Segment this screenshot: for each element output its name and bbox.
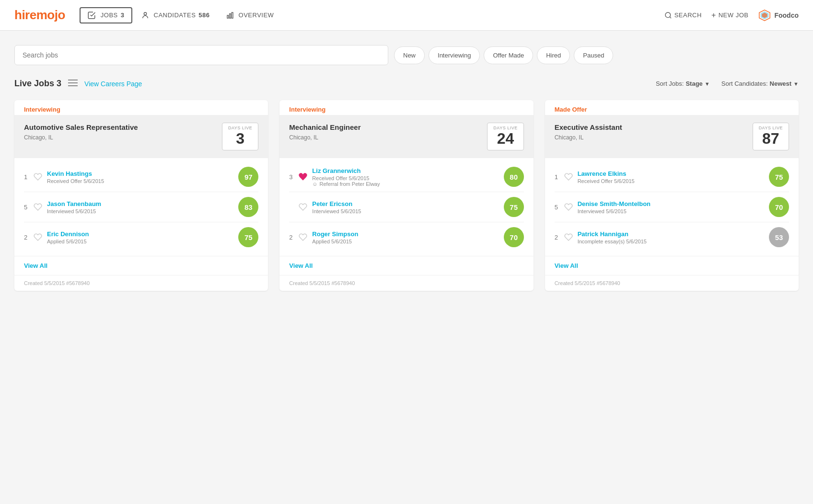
days-live-box-job3: DAYS LIVE87 <box>753 123 789 150</box>
candidate-rank: 1 <box>24 173 34 181</box>
live-jobs-count: 3 <box>57 79 61 89</box>
candidate-name[interactable]: Kevin Hastings <box>47 170 233 177</box>
plus-icon: + <box>711 11 716 20</box>
job-title-job3[interactable]: Executive Assistant <box>555 123 622 132</box>
header-right: SEARCH + NEW JOB Foodco <box>664 9 799 22</box>
job-title-job2[interactable]: Mechanical Engineer <box>289 123 360 132</box>
view-all-job2[interactable]: View All <box>279 256 533 275</box>
candidate-score: 75 <box>504 197 524 217</box>
new-job-action[interactable]: + NEW JOB <box>711 11 749 20</box>
candidate-name[interactable]: Peter Ericson <box>312 200 499 207</box>
candidate-name[interactable]: Liz Grannerwich <box>312 167 499 174</box>
search-filter-row: New Interviewing Offer Made Hired Paused <box>14 45 799 65</box>
candidate-row: 2Eric DennisonApplied 5/6/201575 <box>24 222 258 252</box>
search-action[interactable]: SEARCH <box>664 11 702 19</box>
heart-icon[interactable] <box>299 203 307 211</box>
candidate-rank: 5 <box>555 204 564 211</box>
filter-offer-made[interactable]: Offer Made <box>484 46 533 64</box>
list-view-icon[interactable] <box>68 79 78 88</box>
candidate-score: 70 <box>769 197 789 217</box>
heart-icon[interactable] <box>34 233 42 241</box>
referral-icon: ☺ <box>312 181 317 187</box>
view-all-job1[interactable]: View All <box>14 256 268 275</box>
candidate-score: 53 <box>769 227 789 247</box>
svg-rect-3 <box>232 12 233 18</box>
candidates-list-job3: 1Lawrence ElkinsReceived Offer 5/6/20157… <box>545 158 799 256</box>
filter-paused[interactable]: Paused <box>574 46 613 64</box>
candidate-rank: 2 <box>24 234 34 241</box>
job-title-block-job2: Mechanical EngineerChicago, IL <box>289 123 360 141</box>
candidate-status: Incomplete essay(s) 5/6/2015 <box>578 239 764 244</box>
logo: hiremojo <box>14 8 65 23</box>
handshake-icon <box>87 11 96 20</box>
candidate-score: 70 <box>504 227 524 247</box>
candidate-score: 83 <box>238 197 258 217</box>
heart-icon[interactable] <box>564 233 573 241</box>
heart-icon[interactable] <box>299 172 307 181</box>
svg-line-5 <box>670 17 671 18</box>
days-live-box-job1: DAYS LIVE3 <box>222 123 258 150</box>
candidate-name[interactable]: Jason Tanenbaum <box>47 200 233 207</box>
candidates-tab-label: CANDIDATES <box>154 11 196 19</box>
sort-jobs-control[interactable]: Sort Jobs: Stage ▼ <box>656 80 710 87</box>
heart-icon[interactable] <box>34 203 42 211</box>
sort-candidates-arrow: ▼ <box>793 81 799 87</box>
nav-tabs: JOBS 3 CANDIDATES 586 OVERVIEW <box>80 7 281 23</box>
candidate-score: 97 <box>238 167 258 187</box>
candidate-score: 80 <box>504 167 524 187</box>
candidate-name[interactable]: Lawrence Elkins <box>578 170 764 177</box>
search-input[interactable] <box>14 45 388 65</box>
search-label: SEARCH <box>674 11 702 19</box>
job-card-footer-job2: Created 5/5/2015 #5678940 <box>279 275 533 291</box>
filter-new[interactable]: New <box>394 46 425 64</box>
candidate-name[interactable]: Patrick Hannigan <box>578 230 764 238</box>
candidate-info: Kevin HastingsReceived Offer 5/6/2015 <box>47 170 233 184</box>
job-location-job2: Chicago, IL <box>289 134 360 141</box>
svg-rect-2 <box>229 13 231 18</box>
jobs-section-header: Live Jobs 3 View Careers Page Sort Jobs:… <box>14 79 799 89</box>
search-icon <box>664 11 672 19</box>
nav-tab-jobs[interactable]: JOBS 3 <box>80 7 132 23</box>
heart-icon[interactable] <box>299 233 307 241</box>
company-selector[interactable]: Foodco <box>758 9 799 22</box>
filter-interviewing[interactable]: Interviewing <box>429 46 480 64</box>
job-title-block-job1: Automotive Sales RepresentativeChicago, … <box>24 123 138 141</box>
candidate-name[interactable]: Denise Smith-Montelbon <box>578 200 764 207</box>
candidate-name[interactable]: Eric Dennison <box>47 230 233 238</box>
job-card-header-job1: Automotive Sales RepresentativeChicago, … <box>14 115 268 158</box>
candidate-status: Received Offer 5/6/2015 <box>312 175 499 181</box>
sort-candidates-control[interactable]: Sort Candidates: Newest ▼ <box>721 80 799 87</box>
candidate-status: Interviewed 5/6/2015 <box>47 208 233 214</box>
candidate-info: Roger SimpsonApplied 5/6/2015 <box>312 230 499 244</box>
candidate-status: Interviewed 5/6/2015 <box>578 208 764 214</box>
candidates-list-job2: 3Liz GrannerwichReceived Offer 5/6/2015☺… <box>279 158 533 256</box>
heart-icon[interactable] <box>34 172 42 181</box>
candidate-score: 75 <box>238 227 258 247</box>
sort-controls: Sort Jobs: Stage ▼ Sort Candidates: Newe… <box>656 80 799 87</box>
overview-tab-label: OVERVIEW <box>239 11 274 19</box>
candidate-row: 2Patrick HanniganIncomplete essay(s) 5/6… <box>555 222 789 252</box>
company-icon <box>758 9 771 22</box>
person-icon <box>141 11 149 19</box>
candidate-referral: ☺Referral from Peter Elway <box>312 181 499 187</box>
stage-label-job3: Made Offer <box>545 100 799 115</box>
view-all-job3[interactable]: View All <box>545 256 799 275</box>
heart-icon[interactable] <box>564 172 573 181</box>
job-title-job1[interactable]: Automotive Sales Representative <box>24 123 138 132</box>
nav-tab-overview[interactable]: OVERVIEW <box>219 8 281 23</box>
sort-jobs-arrow: ▼ <box>705 81 710 87</box>
candidate-name[interactable]: Roger Simpson <box>312 230 499 238</box>
heart-icon[interactable] <box>564 203 573 211</box>
chart-icon <box>226 11 234 19</box>
candidate-status: Applied 5/6/2015 <box>47 239 233 244</box>
candidate-score: 75 <box>769 167 789 187</box>
candidate-status: Received Offer 5/6/2015 <box>578 178 764 184</box>
nav-tab-candidates[interactable]: CANDIDATES 586 <box>134 8 217 23</box>
filter-hired[interactable]: Hired <box>537 46 570 64</box>
candidate-rank: 2 <box>555 234 564 241</box>
view-careers-link[interactable]: View Careers Page <box>84 80 142 88</box>
candidate-row: 5Jason TanenbaumInterviewed 5/6/201583 <box>24 192 258 222</box>
candidate-info: Eric DennisonApplied 5/6/2015 <box>47 230 233 244</box>
candidate-rank: 1 <box>555 173 564 181</box>
candidate-row: 1Kevin HastingsReceived Offer 5/6/201597 <box>24 162 258 192</box>
